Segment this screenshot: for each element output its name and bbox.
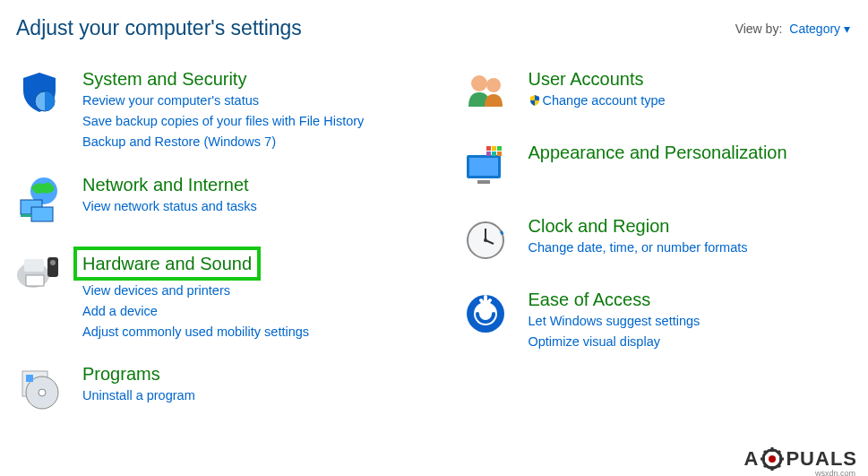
viewby-value: Category (789, 22, 840, 36)
svg-rect-23 (492, 151, 496, 156)
sublink[interactable]: View network status and tasks (82, 196, 387, 217)
right-column: User Accounts Change account type (459, 67, 869, 436)
category-system-security: System and Security Review your computer… (13, 67, 423, 153)
view-by: View by: Category ▾ (735, 22, 850, 36)
category-user-accounts: User Accounts Change account type (459, 67, 869, 121)
watermark-prefix: A (744, 447, 760, 471)
svg-rect-6 (24, 259, 44, 272)
svg-line-40 (764, 464, 767, 467)
category-ease-access: Ease of Access Let Windows suggest setti… (459, 288, 869, 352)
svg-rect-18 (477, 180, 490, 184)
sublink[interactable]: Backup and Restore (Windows 7) (82, 132, 387, 152)
people-icon (459, 67, 512, 121)
sublink[interactable]: Change account type (529, 91, 833, 111)
category-title-user-accounts[interactable]: User Accounts (529, 67, 644, 91)
category-network-internet: Network and Internet View network status… (13, 173, 423, 227)
category-title-clock-region[interactable]: Clock and Region (529, 214, 670, 238)
category-title-hardware-sound[interactable]: Hardware and Sound (73, 247, 261, 281)
svg-point-12 (39, 389, 46, 396)
sublink[interactable]: View devices and printers (82, 281, 387, 301)
sublink[interactable]: Review your computer's status (82, 91, 387, 111)
printer-icon (13, 247, 66, 300)
svg-rect-17 (469, 158, 498, 176)
left-column: System and Security Review your computer… (13, 67, 423, 436)
watermark-suffix: PUALS (786, 447, 857, 471)
source-text: wsxdn.com (815, 469, 855, 476)
category-programs: Programs Uninstall a program (13, 362, 423, 416)
svg-rect-3 (31, 207, 53, 221)
category-hardware-sound: Hardware and Sound View devices and prin… (13, 247, 423, 343)
category-appearance: Appearance and Personalization (459, 141, 869, 195)
svg-point-9 (50, 260, 56, 265)
uac-shield-icon (529, 92, 541, 105)
viewby-label: View by: (735, 22, 783, 36)
svg-line-38 (778, 464, 780, 467)
header: Adjust your computer's settings View by:… (0, 0, 868, 49)
svg-rect-7 (26, 275, 44, 286)
category-title-ease-access[interactable]: Ease of Access (529, 288, 651, 311)
svg-rect-24 (497, 151, 502, 156)
sublink[interactable]: Uninstall a program (82, 385, 387, 406)
svg-rect-4 (21, 214, 31, 217)
category-title-programs[interactable]: Programs (82, 362, 160, 385)
category-clock-region: Clock and Region Change date, time, or n… (459, 214, 869, 268)
svg-rect-21 (497, 146, 502, 151)
sublink[interactable]: Optimize visual display (529, 332, 833, 352)
shield-icon (13, 67, 66, 121)
sublink[interactable]: Save backup copies of your files with Fi… (82, 111, 387, 132)
category-title-network-internet[interactable]: Network and Internet (82, 173, 249, 196)
svg-rect-13 (26, 375, 33, 382)
sublink[interactable]: Change date, time, or number formats (529, 238, 833, 258)
disc-icon (13, 362, 66, 416)
watermark-logo: A PUALS (744, 447, 857, 471)
categories-grid: System and Security Review your computer… (0, 49, 868, 436)
monitor-icon (459, 141, 512, 195)
page-title: Adjust your computer's settings (16, 16, 302, 40)
sublink[interactable]: Let Windows suggest settings (529, 311, 833, 332)
category-title-appearance[interactable]: Appearance and Personalization (529, 141, 787, 164)
svg-rect-22 (486, 151, 491, 156)
svg-point-15 (486, 78, 501, 92)
category-title-system-security[interactable]: System and Security (82, 67, 246, 91)
sublink-text: Change account type (543, 93, 666, 108)
ease-access-icon (459, 288, 512, 342)
viewby-dropdown[interactable]: Category ▾ (789, 22, 850, 36)
sublink[interactable]: Add a device (82, 301, 387, 322)
sublink[interactable]: Adjust commonly used mobility settings (82, 322, 387, 342)
svg-point-41 (769, 455, 776, 463)
svg-rect-19 (486, 146, 491, 151)
svg-line-39 (778, 451, 780, 454)
globe-icon (13, 173, 66, 227)
clock-icon (459, 214, 512, 268)
chevron-down-icon: ▾ (844, 22, 850, 36)
gear-icon (761, 447, 784, 471)
svg-line-37 (764, 451, 767, 454)
svg-point-14 (471, 75, 487, 91)
svg-rect-20 (492, 146, 496, 151)
